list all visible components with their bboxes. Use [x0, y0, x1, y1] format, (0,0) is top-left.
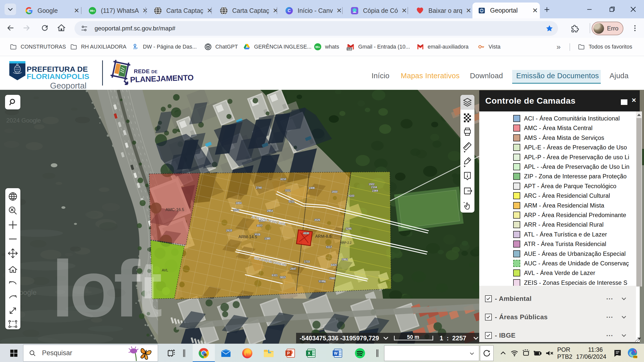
svg-text:ARM-14.5: ARM-14.5 [238, 234, 257, 239]
svg-text:ARP-2.2: ARP-2.2 [340, 241, 352, 245]
svg-text:6420: 6420 [331, 263, 337, 266]
svg-text:W: W [334, 351, 338, 355]
svg-text:1922: 1922 [369, 183, 375, 186]
svg-text:2854: 2854 [267, 209, 273, 212]
svg-text:3111: 3111 [285, 189, 291, 192]
svg-text:5117: 5117 [326, 246, 332, 249]
svg-text:50 m: 50 m [407, 334, 419, 340]
svg-text:5231: 5231 [289, 200, 295, 203]
svg-text:6321: 6321 [272, 274, 278, 277]
svg-text:4210: 4210 [280, 178, 286, 181]
svg-text:2610: 2610 [226, 229, 232, 232]
svg-text:2740: 2740 [256, 186, 262, 189]
svg-text:2104: 2104 [371, 186, 377, 189]
svg-text:2980: 2980 [329, 277, 335, 280]
svg-text:C: C [288, 8, 291, 13]
svg-text:2369: 2369 [372, 189, 378, 192]
svg-text:ARM-8.5: ARM-8.5 [315, 234, 332, 238]
svg-text:3026: 3026 [314, 218, 320, 221]
svg-text:PRE: PRE [633, 356, 637, 358]
svg-text:100+: 100+ [347, 48, 352, 50]
svg-text:1733: 1733 [304, 260, 310, 263]
svg-text:1408: 1408 [309, 186, 315, 189]
svg-text:99+: 99+ [90, 9, 95, 12]
svg-text:AVL: AVL [162, 268, 168, 272]
svg-text:3350: 3350 [233, 209, 239, 212]
svg-text:2024 Google: 2024 Google [6, 117, 41, 124]
svg-text:X: X [308, 351, 310, 355]
svg-text:3962: 3962 [342, 258, 348, 261]
svg-text:1245: 1245 [346, 227, 352, 230]
svg-text:99+: 99+ [315, 46, 320, 49]
svg-text:2647: 2647 [290, 267, 296, 270]
svg-text:3199: 3199 [318, 280, 325, 283]
svg-text:1380: 1380 [264, 237, 270, 240]
svg-text:4530: 4530 [303, 232, 309, 235]
svg-text:AMC-16.5: AMC-16.5 [166, 207, 184, 212]
svg-text:3815: 3815 [280, 276, 286, 279]
svg-text:4103: 4103 [348, 194, 354, 197]
svg-text:1850: 1850 [236, 202, 242, 205]
svg-text:P: P [287, 351, 290, 355]
svg-text:3077: 3077 [257, 224, 263, 227]
svg-text:1650: 1650 [332, 190, 338, 193]
